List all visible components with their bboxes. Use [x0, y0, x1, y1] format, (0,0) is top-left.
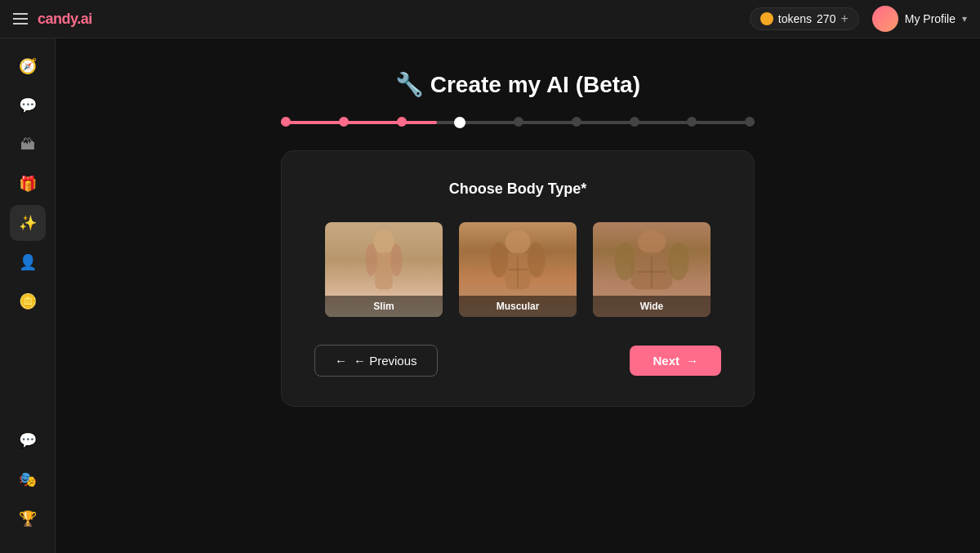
svg-point-0	[373, 230, 394, 254]
svg-point-7	[528, 242, 546, 278]
progress-step-6[interactable]	[572, 117, 581, 127]
progress-track	[281, 121, 755, 124]
progress-step-5[interactable]	[514, 117, 523, 127]
page-title: 🔧 Create my AI (Beta)	[395, 71, 640, 98]
tokens-label: tokens	[778, 12, 812, 25]
svg-point-3	[390, 243, 403, 276]
progress-bar	[281, 121, 755, 124]
tokens-count: 270	[817, 12, 835, 25]
sidebar-item-profile[interactable]: 👤	[10, 244, 46, 280]
sidebar-bottom: 💬 🎭 🏆	[10, 422, 46, 543]
body-type-card: Choose Body Type* Slim	[281, 150, 755, 407]
menu-button[interactable]	[13, 13, 28, 25]
logo: candy.ai	[38, 11, 92, 28]
body-type-grid: Slim Muscular	[314, 221, 721, 319]
tokens-add-button[interactable]: +	[840, 11, 848, 26]
body-type-wide[interactable]: Wide	[591, 221, 712, 319]
content-area: 🔧 Create my AI (Beta) Choo	[56, 38, 980, 553]
svg-point-13	[668, 242, 688, 280]
progress-step-1[interactable]	[281, 117, 291, 127]
wide-label: Wide	[593, 296, 710, 317]
arrow-left-icon: ←	[335, 354, 347, 368]
token-coin-icon	[760, 12, 773, 25]
sidebar-item-chat[interactable]: 💬	[10, 87, 46, 123]
sidebar-item-create[interactable]: ✨	[10, 205, 46, 241]
progress-step-9[interactable]	[745, 117, 755, 127]
svg-point-4	[506, 230, 531, 254]
progress-step-3[interactable]	[397, 117, 407, 127]
profile-section[interactable]: My Profile ▾	[872, 6, 967, 32]
body-type-slim[interactable]: Slim	[323, 221, 444, 319]
svg-point-10	[638, 230, 666, 254]
svg-rect-1	[375, 252, 393, 289]
avatar	[872, 6, 898, 32]
progress-step-2[interactable]	[339, 117, 349, 127]
slim-label: Slim	[325, 296, 443, 317]
sidebar-item-gifts[interactable]: 🎁	[10, 166, 46, 202]
previous-label: ← Previous	[354, 354, 417, 368]
progress-step-8[interactable]	[687, 117, 697, 127]
next-button[interactable]: Next →	[630, 346, 721, 376]
card-title: Choose Body Type*	[314, 181, 721, 198]
sidebar-item-discord[interactable]: 💬	[10, 422, 46, 458]
card-actions: ← ← Previous Next →	[314, 345, 721, 377]
chevron-down-icon: ▾	[962, 13, 967, 25]
progress-step-4[interactable]	[454, 117, 466, 128]
topnav: candy.ai tokens 270 + My Profile ▾	[0, 0, 980, 38]
arrow-right-icon: →	[686, 354, 698, 368]
topnav-right: tokens 270 + My Profile ▾	[750, 6, 967, 32]
sidebar-item-explore[interactable]: 🧭	[10, 48, 46, 84]
sidebar: 🧭 💬 🏔 🎁 ✨ 👤 🪙 💬 🎭 🏆	[0, 38, 56, 553]
main-layout: 🧭 💬 🏔 🎁 ✨ 👤 🪙 💬 🎭 🏆 🔧 Create my AI (Beta…	[0, 38, 980, 553]
body-type-muscular[interactable]: Muscular	[457, 221, 578, 319]
topnav-left: candy.ai	[13, 11, 92, 28]
sidebar-item-coins[interactable]: 🪙	[10, 283, 46, 319]
sidebar-item-referral[interactable]: 🎭	[10, 462, 46, 497]
sidebar-item-feed[interactable]: 🏔	[10, 127, 46, 163]
previous-button[interactable]: ← ← Previous	[314, 345, 438, 377]
svg-point-12	[615, 242, 635, 280]
svg-point-6	[490, 242, 508, 278]
sidebar-item-leaderboard[interactable]: 🏆	[10, 501, 46, 537]
progress-dots	[281, 117, 755, 128]
progress-step-7[interactable]	[630, 117, 639, 127]
muscular-label: Muscular	[459, 296, 577, 317]
next-label: Next	[653, 354, 679, 368]
profile-name: My Profile	[905, 12, 956, 25]
svg-point-2	[365, 243, 377, 276]
tokens-badge: tokens 270 +	[750, 7, 859, 30]
